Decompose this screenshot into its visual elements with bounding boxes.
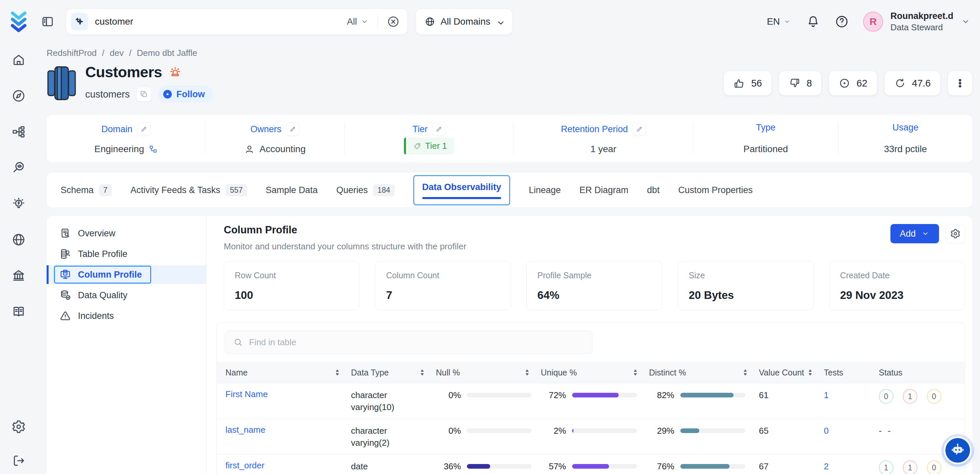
sidebar-item-glossary-icon[interactable] — [11, 304, 26, 319]
sidebar-toggle-icon[interactable] — [41, 14, 55, 29]
subnav-item-table-profile[interactable]: Table Profile — [47, 245, 206, 263]
refresh-button[interactable]: 47.6 — [885, 71, 940, 95]
subnav-item-data-quality[interactable]: Data Quality — [47, 286, 206, 305]
target-button[interactable]: 62 — [829, 71, 877, 95]
sidebar-item-discover-icon[interactable] — [11, 89, 26, 103]
tab-sample-data[interactable]: Sample Data — [266, 185, 318, 196]
user-info[interactable]: Rounakpreet.d Data Steward — [891, 10, 953, 33]
column-name-link[interactable]: last_name — [226, 425, 266, 435]
user-avatar[interactable]: R — [863, 12, 883, 32]
all-domains-button[interactable]: All Domains — [415, 9, 512, 35]
column-header-distinct[interactable]: Distinct % — [649, 368, 759, 377]
tab-custom-properties[interactable]: Custom Properties — [678, 185, 753, 196]
chatbot-button[interactable] — [945, 438, 970, 463]
tab-count-badge: 557 — [226, 184, 247, 196]
sidebar-item-home-icon[interactable] — [11, 52, 26, 67]
sort-icon[interactable] — [631, 368, 640, 377]
sidebar-item-observability-icon[interactable] — [11, 161, 26, 175]
metadata-label[interactable]: Usage — [892, 122, 918, 133]
sidebar-item-web-icon[interactable] — [11, 232, 26, 247]
sort-icon[interactable] — [333, 368, 342, 377]
ai-sparkle-icon[interactable] — [71, 13, 88, 30]
search-scope-dropdown[interactable]: All — [347, 17, 369, 27]
cell-name: First Name — [217, 389, 351, 399]
search-input[interactable] — [95, 16, 340, 27]
cell-null: 0% — [436, 425, 541, 437]
profile-summary-cards: Row Count100Column Count7Profile Sample6… — [224, 261, 965, 310]
edit-pencil-icon[interactable] — [137, 122, 151, 136]
sidebar-item-logout-icon[interactable] — [11, 453, 26, 468]
column-name-link[interactable]: First Name — [226, 389, 268, 399]
metadata-label[interactable]: Retention Period — [561, 124, 628, 135]
sidebar-item-settings-icon[interactable] — [11, 419, 26, 434]
column-header-unique[interactable]: Unique % — [541, 368, 649, 377]
edit-pencil-icon[interactable] — [286, 122, 299, 136]
language-selector[interactable]: EN — [767, 16, 791, 27]
find-in-table-input[interactable] — [249, 337, 584, 348]
tab-lineage[interactable]: Lineage — [529, 185, 561, 196]
domain-link-icon[interactable] — [149, 145, 158, 153]
column-header-data-type[interactable]: Data Type — [351, 368, 436, 377]
sort-icon[interactable] — [418, 368, 426, 377]
edit-pencil-icon[interactable] — [432, 122, 445, 136]
tab-queries[interactable]: Queries184 — [336, 184, 395, 196]
metadata-label[interactable]: Domain — [101, 124, 132, 135]
user-role: Data Steward — [891, 22, 953, 33]
column-name-link[interactable]: first_order — [226, 460, 264, 470]
sort-icon[interactable] — [806, 368, 815, 377]
tab-data-observability[interactable]: Data Observability — [413, 175, 510, 205]
breadcrumb-item[interactable]: Demo dbt Jaffle — [137, 48, 197, 58]
summary-card-created-date: Created Date29 Nov 2023 — [829, 261, 965, 310]
subnav-item-label: Table Profile — [78, 249, 127, 259]
cell-tests: 1 — [824, 389, 879, 401]
subnav-item-label: Overview — [78, 228, 116, 239]
subnav-item-incidents[interactable]: Incidents — [47, 307, 206, 325]
cell-data-type: character varying(2) — [351, 425, 436, 449]
tab-schema[interactable]: Schema7 — [60, 184, 112, 196]
app-logo[interactable] — [9, 10, 29, 33]
find-in-table[interactable] — [225, 331, 592, 354]
more-actions-button[interactable] — [948, 71, 972, 95]
tab-dbt[interactable]: dbt — [647, 185, 660, 196]
thumbs-up-button[interactable]: 56 — [724, 71, 772, 95]
distinct-bar — [680, 393, 745, 398]
alert-siren-icon[interactable] — [169, 66, 181, 78]
tab-activity-feeds-tasks[interactable]: Activity Feeds & Tasks557 — [130, 184, 247, 196]
copy-name-button[interactable] — [137, 87, 151, 102]
tier-badge[interactable]: Tier 1 — [404, 137, 455, 154]
follow-button[interactable]: Follow — [158, 86, 213, 103]
tests-link[interactable]: 0 — [824, 426, 829, 436]
column-header-value-count[interactable]: Value Count — [759, 368, 824, 377]
metadata-label[interactable]: Owners — [250, 124, 282, 135]
cell-unique: 2% — [541, 425, 649, 437]
breadcrumb-item[interactable]: RedshiftProd — [47, 48, 97, 58]
clear-search-icon[interactable] — [387, 15, 400, 28]
user-menu-chevron-icon[interactable] — [961, 17, 970, 27]
sidebar-item-insights-icon[interactable] — [11, 196, 26, 211]
settings-gear-button[interactable] — [946, 224, 965, 243]
global-search-bar[interactable]: All — [66, 9, 407, 35]
sidebar-item-governance-icon[interactable] — [11, 268, 26, 283]
thumbs-down-button[interactable]: 8 — [779, 71, 821, 95]
help-icon[interactable] — [834, 14, 849, 29]
tab-label: ER Diagram — [579, 185, 628, 196]
sort-icon[interactable] — [741, 368, 749, 377]
unique-bar-fill — [572, 393, 619, 398]
tab-er-diagram[interactable]: ER Diagram — [579, 185, 628, 196]
column-header-null[interactable]: Null % — [436, 368, 541, 377]
add-button[interactable]: Add — [891, 224, 939, 243]
notifications-bell-icon[interactable] — [806, 14, 821, 29]
subnav-item-column-profile[interactable]: Column Profile — [47, 265, 206, 284]
tests-link[interactable]: 2 — [824, 461, 829, 472]
subnav-item-label: Incidents — [78, 311, 114, 321]
sidebar-item-lineage-icon[interactable] — [11, 124, 26, 139]
subnav-item-overview[interactable]: Overview — [47, 224, 206, 243]
sort-icon[interactable] — [523, 368, 531, 377]
tests-link[interactable]: 1 — [824, 390, 829, 401]
edit-pencil-icon[interactable] — [633, 122, 646, 136]
metadata-label[interactable]: Tier — [412, 124, 428, 135]
column-header-name[interactable]: Name — [217, 368, 351, 377]
breadcrumb-item[interactable]: dev — [110, 48, 124, 58]
metadata-label[interactable]: Type — [756, 122, 776, 133]
unique-bar — [572, 393, 637, 398]
